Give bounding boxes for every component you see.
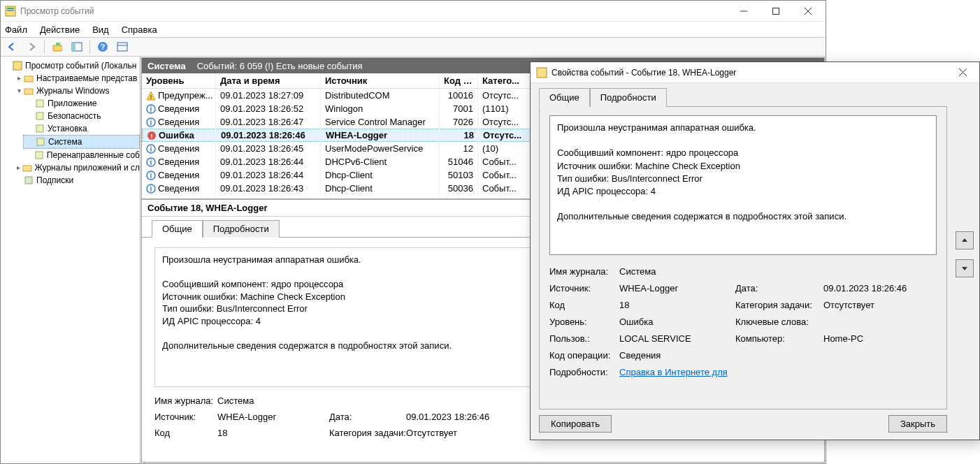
svg-rect-22 bbox=[36, 152, 43, 159]
dialog-event-message: Произошла неустранимая аппаратная ошибка… bbox=[549, 115, 937, 255]
tree-subscriptions[interactable]: · Подписки bbox=[12, 174, 140, 187]
prev-event-button[interactable] bbox=[956, 231, 974, 249]
maximize-button[interactable] bbox=[760, 1, 792, 21]
col-code[interactable]: Код со... bbox=[440, 73, 478, 88]
svg-rect-10 bbox=[72, 43, 75, 51]
navigation-tree[interactable]: ▸ Просмотр событий (Локальн ▸ Настраивае… bbox=[1, 57, 140, 463]
dialog-close-button[interactable] bbox=[949, 62, 977, 82]
svg-rect-1 bbox=[7, 8, 14, 9]
tree-log-forwarded[interactable]: · Перенаправленные соб bbox=[23, 149, 140, 161]
svg-text:i: i bbox=[150, 172, 152, 180]
toolbar: ? bbox=[1, 37, 826, 57]
svg-text:i: i bbox=[150, 119, 152, 126]
menu-action[interactable]: Действие bbox=[40, 24, 80, 35]
dialog-titlebar[interactable]: Свойства событий - Событие 18, WHEA-Logg… bbox=[531, 62, 979, 83]
tree-windows-logs[interactable]: ▾ Журналы Windows bbox=[12, 85, 140, 97]
info-icon: i bbox=[146, 104, 156, 114]
tree-app-service-logs[interactable]: ▸ Журналы приложений и сл bbox=[12, 161, 140, 174]
info-icon: i bbox=[146, 117, 156, 127]
svg-rect-2 bbox=[7, 10, 14, 11]
up-button[interactable] bbox=[49, 38, 66, 55]
forward-button[interactable] bbox=[23, 38, 40, 55]
dialog-tabs: Общие Подробности bbox=[539, 87, 947, 107]
tree-log-security[interactable]: · Безопасность bbox=[23, 110, 140, 122]
svg-rect-18 bbox=[36, 100, 43, 107]
copy-button[interactable]: Копировать bbox=[539, 415, 612, 433]
log-icon bbox=[34, 110, 45, 122]
menu-file[interactable]: Файл bbox=[5, 24, 27, 35]
online-help-link[interactable]: Справка в Интернете для bbox=[619, 367, 728, 377]
log-icon bbox=[34, 98, 45, 109]
error-icon: ! bbox=[147, 131, 157, 140]
content-count: Событий: 6 059 (!) Есть новые события bbox=[197, 61, 363, 71]
close-button[interactable]: Закрыть bbox=[888, 415, 947, 433]
tree-custom-views[interactable]: ▸ Настраиваемые представ bbox=[12, 72, 140, 85]
svg-text:i: i bbox=[150, 185, 152, 193]
svg-text:?: ? bbox=[101, 43, 106, 51]
titlebar: Просмотр событий bbox=[1, 1, 826, 22]
svg-rect-15 bbox=[13, 61, 22, 70]
svg-rect-21 bbox=[37, 138, 44, 145]
svg-rect-19 bbox=[36, 113, 43, 119]
log-icon bbox=[34, 123, 45, 134]
minimize-button[interactable] bbox=[728, 1, 760, 21]
tab-details[interactable]: Подробности bbox=[203, 220, 280, 238]
svg-rect-4 bbox=[773, 8, 779, 14]
app-icon bbox=[536, 67, 547, 78]
folder-icon bbox=[22, 162, 33, 173]
info-icon: i bbox=[146, 157, 156, 167]
properties-button[interactable] bbox=[114, 38, 131, 55]
warn-icon: ! bbox=[146, 91, 156, 101]
log-icon bbox=[34, 150, 45, 161]
svg-rect-7 bbox=[53, 45, 62, 51]
dialog-tab-details[interactable]: Подробности bbox=[590, 88, 667, 107]
menu-bar: Файл Действие Вид Справка bbox=[1, 22, 826, 37]
svg-rect-8 bbox=[56, 43, 60, 45]
svg-rect-17 bbox=[24, 89, 33, 94]
svg-text:i: i bbox=[150, 159, 152, 166]
close-button[interactable] bbox=[792, 1, 824, 21]
svg-rect-40 bbox=[537, 68, 547, 78]
folder-icon bbox=[23, 85, 34, 96]
folder-icon bbox=[23, 73, 34, 84]
svg-text:i: i bbox=[150, 145, 152, 153]
tree-log-system[interactable]: · Система bbox=[23, 135, 140, 149]
event-properties-dialog: Свойства событий - Событие 18, WHEA-Logg… bbox=[530, 61, 980, 440]
tree-root[interactable]: ▸ Просмотр событий (Локальн bbox=[1, 59, 140, 72]
col-level[interactable]: Уровень bbox=[142, 73, 216, 88]
info-icon: i bbox=[146, 171, 156, 180]
svg-text:!: ! bbox=[150, 94, 152, 101]
next-event-button[interactable] bbox=[956, 259, 974, 277]
dialog-properties: Имя журнала: Система Источник: WHEA-Logg… bbox=[549, 266, 937, 377]
help-button[interactable]: ? bbox=[94, 38, 111, 55]
info-icon: i bbox=[146, 144, 156, 154]
svg-rect-23 bbox=[23, 166, 31, 171]
svg-rect-13 bbox=[117, 43, 127, 51]
back-button[interactable] bbox=[3, 38, 20, 55]
menu-help[interactable]: Справка bbox=[122, 24, 157, 35]
log-icon bbox=[35, 136, 46, 147]
subscriptions-icon bbox=[23, 175, 34, 186]
col-date[interactable]: Дата и время bbox=[216, 73, 321, 88]
col-source[interactable]: Источник bbox=[321, 73, 440, 88]
dialog-title: Свойства событий - Событие 18, WHEA-Logg… bbox=[552, 68, 949, 78]
tab-general[interactable]: Общие bbox=[152, 220, 203, 238]
svg-text:!: ! bbox=[151, 133, 153, 140]
app-icon bbox=[5, 6, 16, 17]
tree-log-application[interactable]: · Приложение bbox=[23, 97, 140, 110]
svg-rect-20 bbox=[36, 125, 43, 132]
menu-view[interactable]: Вид bbox=[92, 24, 109, 35]
window-title: Просмотр событий bbox=[20, 6, 728, 16]
eventviewer-icon bbox=[12, 60, 23, 71]
svg-rect-24 bbox=[25, 177, 32, 184]
content-title: Система bbox=[147, 61, 186, 71]
dialog-tab-general[interactable]: Общие bbox=[539, 88, 590, 107]
show-hide-tree-button[interactable] bbox=[69, 38, 85, 55]
tree-root-label: Просмотр событий (Локальн bbox=[25, 59, 136, 72]
tree-log-install[interactable]: · Установка bbox=[23, 122, 140, 135]
info-icon: i bbox=[146, 184, 156, 194]
svg-text:i: i bbox=[150, 106, 152, 113]
svg-rect-16 bbox=[24, 76, 33, 82]
